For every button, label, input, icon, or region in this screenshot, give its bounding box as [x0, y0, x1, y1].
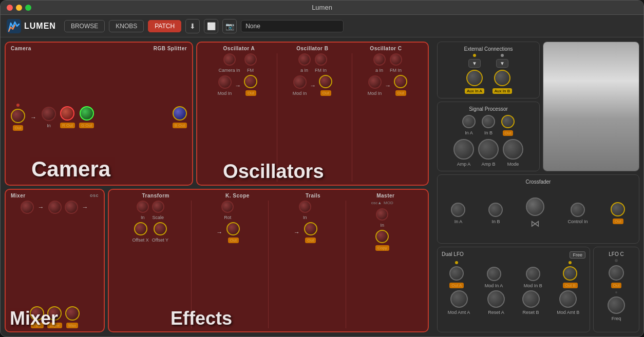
crossfader-ctrl-knob[interactable]	[571, 203, 585, 217]
b-out-knob[interactable]	[173, 106, 187, 121]
mode-knob[interactable]	[503, 139, 523, 160]
download-button[interactable]: ⬇	[185, 19, 200, 33]
lfo-out-a-knob[interactable]	[449, 266, 464, 281]
transform-in: In	[137, 201, 149, 220]
osc-a-mod-knob[interactable]	[218, 75, 232, 89]
transform-scale-knob[interactable]	[152, 201, 164, 213]
osc-b-out-knob[interactable]	[319, 75, 332, 88]
master-copy-knob[interactable]	[375, 230, 389, 243]
knobs-button[interactable]: KNOBS	[109, 20, 144, 32]
camera-dot	[16, 104, 20, 107]
camera-module-title: Camera RGB Splitter	[11, 46, 187, 51]
kscope-rot-knob[interactable]	[221, 201, 234, 213]
amp-b-knob[interactable]	[478, 139, 499, 160]
sig-in-a-knob[interactable]	[462, 115, 476, 128]
osc-a-mod-in: Mod In	[218, 75, 232, 96]
crossfader-in-b-knob[interactable]	[488, 203, 503, 217]
osc-c-out: Out	[394, 75, 407, 96]
crossfader-center: ⋈	[526, 197, 544, 229]
reset-b-knob[interactable]	[522, 290, 540, 308]
amp-b: Amp B	[478, 139, 499, 167]
osc-b-fm-knob[interactable]	[315, 53, 327, 66]
rgb-in-knob[interactable]	[42, 107, 56, 121]
master-in-knob[interactable]	[376, 208, 388, 221]
g-out-label: G Out	[79, 123, 94, 128]
effects-label: Effects	[171, 308, 232, 329]
aux-a-dot	[473, 54, 476, 57]
mixer-max-knob[interactable]	[65, 306, 80, 321]
osc-c-mod-in: Mod In	[368, 75, 382, 96]
display-button[interactable]: ⬜	[204, 19, 218, 33]
aux-b-dot	[501, 54, 504, 57]
crossfader-out: Out	[611, 202, 625, 224]
lfo-mod-in-a-knob[interactable]	[487, 267, 501, 281]
arrow-1: →	[30, 114, 36, 121]
kscope-out-knob[interactable]	[226, 222, 240, 235]
maximize-button[interactable]	[25, 5, 31, 11]
osc-c-a-knob[interactable]	[373, 53, 386, 66]
crossfader-in-a-knob[interactable]	[451, 203, 465, 217]
osc-c-fm-knob[interactable]	[390, 53, 402, 66]
transform-offsety-knob[interactable]	[154, 222, 167, 235]
crossfader-out-knob[interactable]	[611, 202, 625, 216]
patch-button[interactable]: PATCH	[148, 20, 181, 32]
osc-b-mod-knob[interactable]	[293, 75, 307, 89]
osc-a-fm-knob[interactable]	[244, 53, 257, 66]
lfo-c-out-knob[interactable]	[609, 265, 624, 281]
amp-a: Amp A	[453, 139, 474, 167]
mixer-knob-3[interactable]	[65, 201, 78, 214]
osc-c-mod-knob[interactable]	[368, 75, 382, 89]
mixer-knob-2[interactable]	[48, 201, 62, 214]
osc-a-fm: FM	[244, 53, 257, 73]
osc-c-out-knob[interactable]	[394, 75, 407, 88]
camera-button[interactable]: 📷	[222, 19, 237, 33]
amp-a-knob[interactable]	[453, 139, 474, 160]
reset-a-knob[interactable]	[487, 290, 505, 308]
signal-proc-title: Signal Processor	[442, 106, 535, 112]
aux-b-dropdown[interactable]: ▼	[496, 59, 508, 68]
effects-module-title: Transform K. Scope Trails Master	[114, 193, 423, 199]
crossfader-in-a: In A	[451, 203, 465, 224]
sig-out-knob[interactable]	[501, 115, 515, 128]
mixer-input-3	[65, 201, 78, 214]
lfo-out-a-label: Out A	[449, 283, 464, 288]
r-out-knob[interactable]	[60, 106, 74, 121]
osc-b-a-knob[interactable]	[298, 53, 311, 66]
osc-c-a-in: a In	[373, 53, 386, 73]
osc-a-cam-knob[interactable]	[223, 53, 236, 66]
crossfader-main-knob[interactable]	[526, 197, 544, 216]
transform-offsetx-knob[interactable]	[134, 222, 147, 235]
rgb-in-group: In	[42, 107, 56, 128]
lfo-row: Dual LFO Free Out A Mod In A	[437, 247, 639, 332]
aux-a-label: Aux In A	[465, 88, 484, 94]
mixer-knob-1[interactable]	[21, 201, 34, 214]
camera-out-knob[interactable]	[11, 109, 25, 123]
crossfader-in-b: In B	[488, 203, 503, 224]
lfo-mod-in-b-knob[interactable]	[526, 267, 540, 281]
g-out-knob[interactable]	[80, 106, 94, 121]
aux-b-knob[interactable]	[494, 70, 510, 86]
camera-out-group: Out	[11, 104, 25, 131]
trails-in-knob[interactable]	[299, 201, 311, 213]
osc-a-out-knob[interactable]	[244, 75, 257, 88]
browse-button[interactable]: BROWSE	[64, 20, 105, 32]
sig-in-b-knob[interactable]	[482, 115, 495, 128]
lfo-c-freq-knob[interactable]	[608, 296, 625, 314]
transform-in-knob[interactable]	[137, 201, 149, 213]
left-panel: Camera RGB Splitter Out →	[1, 37, 433, 336]
toolbar: LUMEN BROWSE KNOBS PATCH ⬇ ⬜ 📷	[1, 15, 643, 37]
patch-name-input[interactable]	[241, 20, 344, 32]
mod-amt-a-knob[interactable]	[450, 290, 468, 308]
aux-a-knob[interactable]	[466, 70, 483, 86]
close-button[interactable]	[7, 5, 13, 11]
lfo-c-dot-2	[615, 291, 617, 293]
ext-connections-title: External Connections	[442, 46, 535, 52]
kscope-out: Out	[226, 222, 240, 243]
aux-a-dropdown[interactable]: ▼	[468, 59, 481, 68]
sig-out: Out	[501, 115, 515, 136]
minimize-button[interactable]	[16, 5, 22, 11]
mod-amt-b-knob[interactable]	[559, 290, 577, 308]
trails-out-knob[interactable]	[304, 222, 317, 235]
lfo-out-b-knob[interactable]	[563, 266, 577, 281]
crossfader: Crossfader In A In B ⋈	[437, 174, 639, 244]
